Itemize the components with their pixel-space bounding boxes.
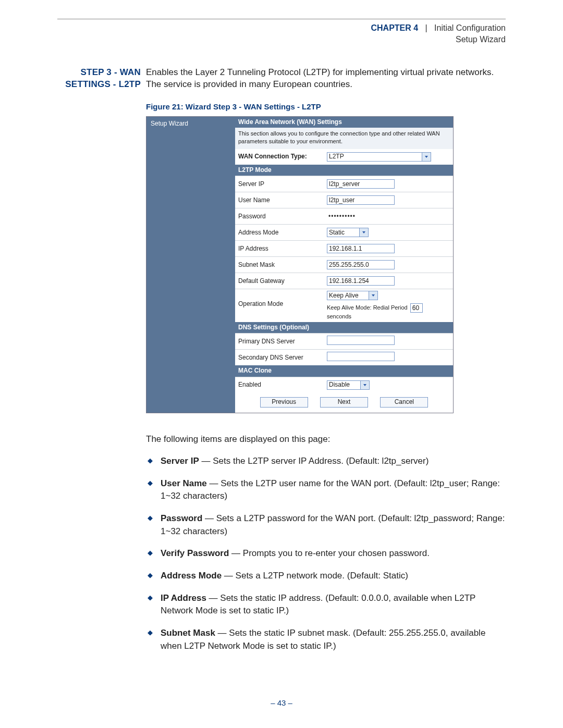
figure-screenshot: Setup Wizard Wide Area Network (WAN) Set… [146,116,454,413]
server-ip-label: Server IP [238,180,327,189]
cancel-button[interactable]: Cancel [380,397,428,408]
list-item: Password — Sets a L2TP password for the … [146,512,506,538]
user-name-input[interactable]: l2tp_user [327,195,395,205]
item-desc: — Sets a L2TP network mode. (Default: St… [222,571,408,581]
password-input[interactable]: •••••••••• [327,212,395,221]
list-item: User Name — Sets the L2TP user name for … [146,477,506,503]
redial-period-input[interactable]: 60 [410,303,423,313]
secondary-dns-input[interactable] [327,352,395,361]
password-label: Password [238,213,327,221]
primary-dns-input[interactable] [327,336,395,345]
secondary-dns-label: Secondary DNS Server [238,354,327,362]
item-list: Server IP — Sets the L2TP server IP Addr… [146,455,506,652]
keep-alive-prefix: Keep Alive Mode: Redial Period [327,305,408,311]
item-desc: — Sets the static IP address. (Default: … [161,593,475,616]
previous-button[interactable]: Previous [260,397,308,408]
page-number: – 43 – [0,698,563,707]
subnet-mask-label: Subnet Mask [238,261,327,269]
chevron-down-icon [369,291,377,300]
list-item: IP Address — Sets the static IP address.… [146,592,506,618]
primary-dns-label: Primary DNS Server [238,338,327,346]
keep-alive-note: Keep Alive Mode: Redial Period 60 sencon… [327,303,450,320]
address-mode-label: Address Mode [238,229,327,237]
section-l2tp-mode: L2TP Mode [235,165,453,176]
section-mac-clone: MAC Clone [235,365,453,377]
section-title-line1: STEP 3 - WAN [81,67,141,77]
figure-sidebar: Setup Wizard [146,117,235,413]
operation-mode-value: Keep Alive [329,292,359,300]
operation-mode-label: Operation Mode [238,291,327,309]
sidebar-item-setup-wizard[interactable]: Setup Wizard [151,120,231,128]
server-ip-input[interactable]: l2tp_server [327,179,395,189]
mac-enabled-value: Disable [329,381,350,389]
address-mode-select[interactable]: Static [327,228,369,237]
list-item: Subnet Mask — Sets the static IP subnet … [146,627,506,652]
ip-address-input[interactable]: 192.168.1.1 [327,244,395,253]
user-name-label: User Name [238,196,327,205]
item-term: Server IP [161,456,199,466]
chapter-subtitle: Setup Wizard [456,35,506,44]
figure-caption: Figure 21: Wizard Step 3 - WAN Settings … [146,102,506,111]
chapter-number: 4 [413,23,418,32]
chevron-down-icon [422,153,431,161]
ip-address-label: IP Address [238,245,327,253]
chapter-title: Initial Configuration [434,23,506,32]
section-title-line2: SETTINGS - L2TP [65,79,141,89]
panel-description: This section allows you to configure the… [235,128,453,149]
section-intro: Enables the Layer 2 Tunneling Protocol (… [146,67,506,91]
subnet-mask-input[interactable]: 255.255.255.0 [327,260,395,269]
default-gateway-label: Default Gateway [238,277,327,286]
section-margin-title: STEP 3 - WAN SETTINGS - L2TP [57,67,146,91]
item-desc: — Prompts you to re-enter your chosen pa… [229,548,430,558]
conn-type-label: WAN Connection Type: [238,153,327,161]
running-head: CHAPTER 4 | Initial Configuration Setup … [57,22,506,46]
chevron-down-icon [359,228,368,237]
item-desc: — Sets the L2TP user name for the WAN po… [161,478,500,501]
section-dns: DNS Settings (Optional) [235,322,453,334]
wan-connection-type-select[interactable]: L2TP [327,152,431,162]
list-item: Verify Password — Prompts you to re-ente… [146,547,506,560]
mac-enabled-select[interactable]: Disable [327,380,370,390]
list-item: Address Mode — Sets a L2TP network mode.… [146,570,506,583]
item-term: User Name [161,478,207,488]
mac-enabled-label: Enabled [238,381,327,389]
panel-title: Wide Area Network (WAN) Settings [235,117,453,128]
item-term: IP Address [161,593,206,603]
item-desc: — Sets a L2TP password for the WAN port.… [161,513,505,536]
chevron-down-icon [360,381,369,389]
item-term: Verify Password [161,548,229,558]
separator: | [425,23,427,32]
wan-connection-type-value: L2TP [329,153,344,161]
list-item: Server IP — Sets the L2TP server IP Addr… [146,455,506,468]
item-term: Password [161,513,202,523]
next-button[interactable]: Next [320,397,368,408]
item-term: Subnet Mask [161,628,215,638]
items-lead: The following items are displayed on thi… [146,433,506,446]
item-desc: — Sets the L2TP server IP Address. (Defa… [199,456,429,466]
item-term: Address Mode [161,571,222,581]
chapter-label: CHAPTER [371,23,411,32]
keep-alive-suffix: senconds [327,313,351,319]
address-mode-value: Static [329,229,345,237]
default-gateway-input[interactable]: 192.168.1.254 [327,276,395,286]
operation-mode-select[interactable]: Keep Alive [327,291,378,300]
